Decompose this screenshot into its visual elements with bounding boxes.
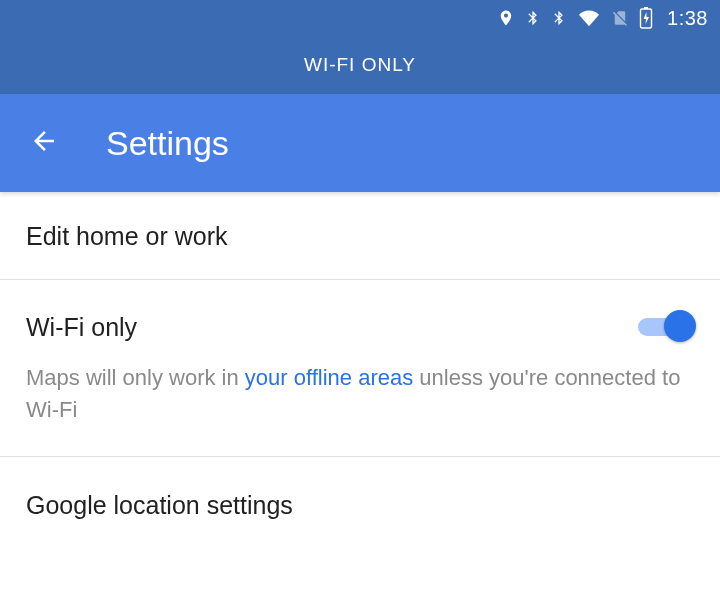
app-bar: Settings <box>0 94 720 192</box>
location-pin-icon <box>497 8 515 28</box>
row-title: Google location settings <box>26 491 694 520</box>
row-edit-home-work[interactable]: Edit home or work <box>0 192 720 280</box>
toggle-thumb <box>664 310 696 342</box>
back-button[interactable] <box>24 123 64 163</box>
page-title: Settings <box>106 124 229 163</box>
wifi-only-toggle[interactable] <box>638 310 694 344</box>
bluetooth-icon <box>525 8 541 28</box>
wifi-only-banner: WI-FI ONLY <box>0 36 720 94</box>
settings-list: Edit home or work Wi-Fi only Maps will o… <box>0 192 720 548</box>
offline-areas-link[interactable]: your offline areas <box>245 365 413 390</box>
status-bar: 1:38 <box>0 0 720 36</box>
no-sim-icon <box>611 8 629 28</box>
status-time: 1:38 <box>667 7 708 30</box>
row-title: Wi-Fi only <box>26 313 137 342</box>
row-google-location-settings[interactable]: Google location settings <box>0 457 720 548</box>
row-title: Edit home or work <box>26 222 694 251</box>
subtitle-pre: Maps will only work in <box>26 365 245 390</box>
row-wifi-only[interactable]: Wi-Fi only Maps will only work in your o… <box>0 280 720 457</box>
bluetooth-icon <box>551 8 567 28</box>
banner-label: WI-FI ONLY <box>304 54 416 76</box>
row-subtitle: Maps will only work in your offline area… <box>26 362 694 426</box>
arrow-back-icon <box>29 126 59 160</box>
battery-charging-icon <box>639 7 653 29</box>
wifi-icon <box>577 8 601 28</box>
